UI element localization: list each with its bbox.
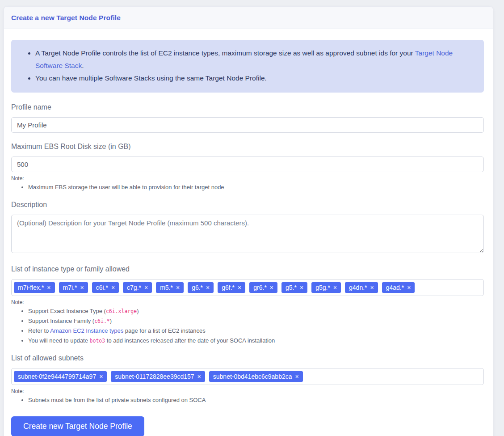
instance-types-group: List of instance type or family allowed … [11,265,484,344]
instance-type-tag: c7g.*× [123,282,152,293]
instance-types-input[interactable]: m7i-flex.*× m7i.*× c6i.*× c7g.*× m5.*× g… [11,279,484,296]
ebs-note: Note: Maximum EBS storage the user will … [11,175,484,190]
note-item: You will need to update boto3 to add ins… [28,337,484,344]
instance-type-tag: m7i.*× [59,282,88,293]
subnet-tag: subnet-0f2e9444799714a97× [14,371,107,382]
profile-name-input[interactable] [11,117,484,133]
instance-type-tag: c6i.*× [92,282,119,293]
card-header: Create a new Target Node Profile [4,7,493,29]
instance-type-tag: g5.*× [281,282,307,293]
subnets-group: List of allowed subnets subnet-0f2e94447… [11,354,484,403]
remove-tag-icon[interactable]: × [206,284,210,291]
remove-tag-icon[interactable]: × [370,284,374,291]
code-snippet: boto3 [90,338,105,344]
info-bullet-1: A Target Node Profile controls the list … [35,47,475,72]
instance-types-label: List of instance type or family allowed [11,265,484,273]
instance-types-note: Note: Support Exact Instance Type (c6i.x… [11,299,484,344]
note-item: Subnets must be from the list of private… [28,397,484,403]
description-label: Description [11,201,484,209]
instance-type-tag: g4dn.*× [345,282,378,293]
remove-tag-icon[interactable]: × [238,284,241,291]
instance-type-tag: gr6.*× [249,282,277,293]
remove-tag-icon[interactable]: × [197,373,201,380]
create-profile-card: Create a new Target Node Profile A Targe… [4,6,493,436]
remove-tag-icon[interactable]: × [300,284,303,291]
info-box: A Target Node Profile controls the list … [11,40,484,93]
ebs-size-group: Maximum EBS Root Disk size (in GB) Note:… [11,143,484,190]
instance-type-tag: g6f.*× [218,282,245,293]
remove-tag-icon[interactable]: × [47,284,50,291]
remove-tag-icon[interactable]: × [333,284,337,291]
note-item: Support Exact Instance Type (c6i.xlarge) [28,308,484,314]
info-bullet-2: You can have multiple Software Stacks us… [35,72,475,85]
remove-tag-icon[interactable]: × [176,284,180,291]
card-body: A Target Node Profile controls the list … [4,29,493,436]
note-item: Refer to Amazon EC2 Instance types page … [28,327,484,334]
remove-tag-icon[interactable]: × [80,284,84,291]
ebs-note-item: Maximum EBS storage the user will be abl… [28,184,484,190]
subnets-input[interactable]: subnet-0f2e9444799714a97× subnet-0117282… [11,368,484,385]
ebs-size-input[interactable] [11,157,484,172]
description-group: Description [11,201,484,255]
create-profile-button[interactable]: Create new Target Node Profile [11,416,144,436]
remove-tag-icon[interactable]: × [407,284,411,291]
subnets-note: Note: Subnets must be from the list of p… [11,388,484,403]
ec2-instance-types-link[interactable]: Amazon EC2 Instance types [50,327,123,334]
ebs-size-label: Maximum EBS Root Disk size (in GB) [11,143,484,151]
subnet-tag: subnet-01172828ee39cd157× [111,371,205,382]
remove-tag-icon[interactable]: × [144,284,148,291]
instance-type-tag: g6.*× [188,282,214,293]
instance-type-tag: g4ad.*× [382,282,415,293]
page-title: Create a new Target Node Profile [11,14,482,22]
note-item: Support Instance Family (c6i.*) [28,317,484,324]
code-snippet: c6i.* [94,318,110,324]
subnet-tag: subnet-0bd41ebc6c9abb2ca× [209,371,303,382]
instance-type-tag: m5.*× [156,282,184,293]
instance-type-tag: g5g.*× [311,282,341,293]
remove-tag-icon[interactable]: × [295,373,299,380]
profile-name-label: Profile name [11,103,484,111]
subnets-label: List of allowed subnets [11,354,484,362]
description-textarea[interactable] [11,215,484,253]
profile-name-group: Profile name [11,103,484,133]
remove-tag-icon[interactable]: × [99,373,103,380]
remove-tag-icon[interactable]: × [111,284,115,291]
instance-type-tag: m7i-flex.*× [14,282,55,293]
remove-tag-icon[interactable]: × [270,284,273,291]
code-snippet: c6i.xlarge [106,308,137,314]
